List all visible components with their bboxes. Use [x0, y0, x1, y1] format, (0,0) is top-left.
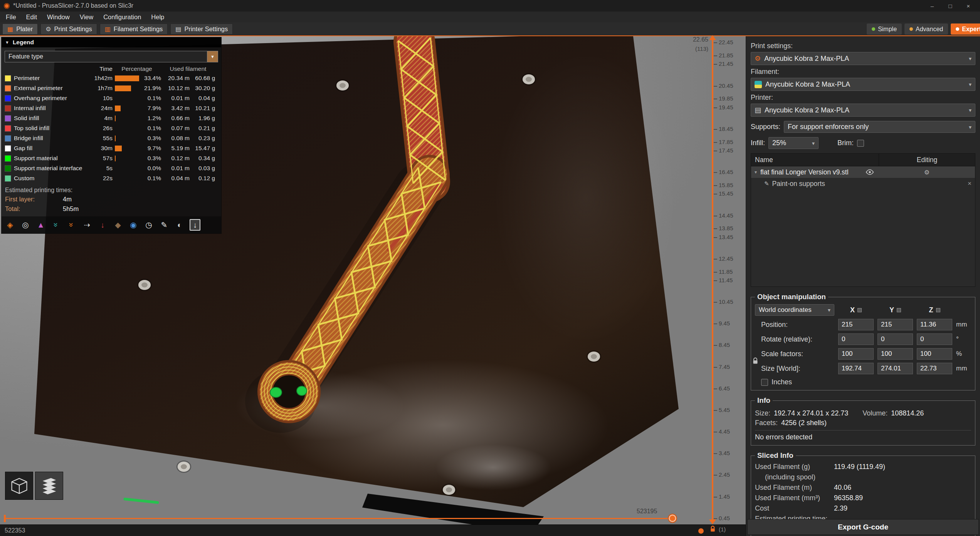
seams-icon[interactable]: »	[66, 219, 77, 231]
feature-length: 10.12 m	[161, 85, 190, 92]
tab-print-settings[interactable]: ⚙Print Settings	[40, 23, 97, 35]
manip-scale-factors-x-input[interactable]	[838, 348, 874, 360]
errors-status: No errors detected	[755, 430, 971, 441]
first-layer-label: First layer:	[5, 196, 63, 203]
manip-scale-factors-y-input[interactable]	[877, 348, 913, 360]
manip-scale-factors-z-input[interactable]	[917, 348, 952, 360]
printer-combo[interactable]: ▤ Anycubic Kobra 2 Max-PLA ▾	[751, 104, 975, 117]
total-time-row: Total: 5h5m	[2, 204, 221, 214]
manip-label-rotate-relative: Rotate (relative):	[755, 335, 834, 343]
tool-changes-icon[interactable]: ◆	[113, 219, 123, 231]
layers-slider-track[interactable]	[712, 39, 713, 523]
menu-configuration[interactable]: Configuration	[98, 12, 146, 22]
view-type-value: Feature type	[8, 53, 43, 60]
legend-row-perimeter: Perimeter1h42m33.4%20.34 m60.68 g	[2, 73, 221, 83]
retractions-icon[interactable]: »	[51, 219, 62, 231]
manip-size-world-z-input[interactable]	[917, 363, 952, 374]
editing-cell-icon[interactable]: ⚙	[879, 166, 975, 178]
slider-lock-icon[interactable]	[709, 526, 716, 532]
3d-viewport[interactable]: ▼ Legend Feature type ▼ Time Percentage …	[0, 36, 746, 524]
manip-label-scale-factors: Scale factors:	[755, 350, 834, 358]
view-type-combo[interactable]: Feature type ▼	[5, 51, 218, 62]
printer-value: Anycubic Kobra 2 Max-PLA	[765, 106, 849, 114]
coordinates-combo[interactable]: World coordinates ▾	[755, 304, 834, 316]
moves-slider-track[interactable]	[5, 518, 674, 519]
object-row[interactable]: ▾ flat final Longer Version v9.stl ⚙	[751, 166, 975, 178]
titlebar: *Untitled - PrusaSlicer-2.7.0 based on S…	[0, 0, 980, 12]
tool-marker-icon[interactable]: ↓	[190, 219, 200, 231]
mode-label: Simple	[878, 26, 897, 33]
manip-position-y-input[interactable]	[877, 319, 913, 330]
manip-rotate-relative-y-input[interactable]	[877, 333, 913, 345]
mirror-toggle-x[interactable]	[857, 308, 862, 312]
moves-slider-low-handle[interactable]	[4, 515, 6, 522]
shells-icon[interactable]: ◎	[20, 219, 31, 231]
travels-icon[interactable]: ⇢	[82, 219, 92, 231]
paint-on-supports-row[interactable]: ✎ Paint-on supports ×	[751, 178, 975, 189]
preview-view-button[interactable]	[35, 472, 63, 500]
tab-plater[interactable]: ▦Plater	[2, 23, 38, 35]
feature-time: 5s	[91, 165, 113, 172]
3d-editor-view-button[interactable]	[5, 472, 33, 500]
facets-label: Facets:	[755, 419, 778, 427]
layer-tick-label: 9.45	[719, 320, 730, 327]
layer-tick	[714, 194, 717, 194]
custom-gcode-icon[interactable]: ✎	[159, 219, 170, 231]
eye-icon[interactable]	[866, 169, 874, 175]
manip-rotate-relative-z-input[interactable]	[917, 333, 952, 345]
tab-printer-settings[interactable]: ▤Printer Settings	[170, 23, 233, 35]
infill-combo[interactable]: 25% ▾	[768, 137, 819, 149]
legend-header[interactable]: ▼ Legend	[2, 37, 221, 47]
print-settings-combo[interactable]: ⚙ Anycubic Kobra 2 Max-PLA ▾	[751, 52, 975, 65]
chevron-down-icon: ▾	[812, 140, 815, 146]
supports-combo[interactable]: For support enforcers only ▾	[784, 121, 975, 133]
mirror-toggle-y[interactable]	[897, 308, 901, 312]
collapse-icon[interactable]: ▼	[5, 40, 9, 45]
filament-combo[interactable]: Anycubic Kobra 2 Max-PLA ▾	[751, 78, 975, 91]
brim-checkbox[interactable]	[857, 140, 864, 147]
legend-columns-header: Time Percentage Used filament	[2, 64, 221, 73]
layer-tick	[714, 237, 717, 238]
mode-advanced[interactable]: Advanced	[904, 23, 948, 35]
manip-unit: mm	[956, 365, 973, 372]
shells-view-icon[interactable]: ◐	[174, 219, 185, 231]
mode-expert[interactable]: Expert	[951, 23, 980, 35]
layers-slider-low-handle[interactable]	[709, 519, 716, 524]
manip-rotate-relative-x-input[interactable]	[838, 333, 874, 345]
manip-position-x-input[interactable]	[838, 319, 874, 330]
menu-help[interactable]: Help	[146, 12, 169, 22]
pause-prints-icon[interactable]: ◷	[143, 219, 154, 231]
layers-slider-top-value: 22.65	[685, 36, 708, 43]
mirror-toggle-z[interactable]	[936, 308, 940, 312]
color-print-icon[interactable]: ◉	[128, 219, 139, 231]
feature-percentage: 9.7%	[141, 145, 161, 152]
extruder-icon[interactable]: ◈	[5, 219, 15, 231]
notification-dot-icon[interactable]	[698, 528, 704, 534]
view-type-dropdown-icon[interactable]: ▼	[207, 51, 218, 62]
mode-simple[interactable]: Simple	[867, 23, 902, 35]
feature-weight: 0.34 g	[190, 155, 215, 162]
legend-title: Legend	[13, 39, 34, 46]
legend-row-custom: Custom22s0.1%0.04 m0.12 g	[2, 173, 221, 183]
menu-edit[interactable]: Edit	[21, 12, 42, 22]
menu-view[interactable]: View	[75, 12, 98, 22]
export-gcode-button[interactable]: Export G-code	[747, 519, 979, 535]
moves-slider-high-handle[interactable]	[668, 514, 677, 523]
color-changes-icon[interactable]: ▲	[35, 219, 46, 231]
close-button[interactable]: ×	[967, 3, 970, 9]
printer-label: Printer:	[751, 94, 975, 102]
close-icon[interactable]: ×	[968, 180, 972, 188]
wipe-icon[interactable]: ↓	[97, 219, 108, 231]
tab-filament-settings[interactable]: ▥Filament Settings	[100, 23, 168, 35]
menu-file[interactable]: File	[1, 12, 21, 22]
manip-position-z-input[interactable]	[917, 319, 952, 330]
menu-window[interactable]: Window	[42, 12, 75, 22]
manip-size-world-x-input[interactable]	[838, 363, 874, 374]
inches-label: Inches	[772, 378, 792, 386]
manip-size-world-y-input[interactable]	[877, 363, 913, 374]
layers-slider-high-handle[interactable]	[709, 35, 716, 40]
maximize-button[interactable]: □	[948, 3, 952, 9]
inches-checkbox[interactable]	[761, 379, 768, 386]
layer-tick	[714, 107, 717, 108]
minimize-button[interactable]: –	[931, 3, 934, 9]
